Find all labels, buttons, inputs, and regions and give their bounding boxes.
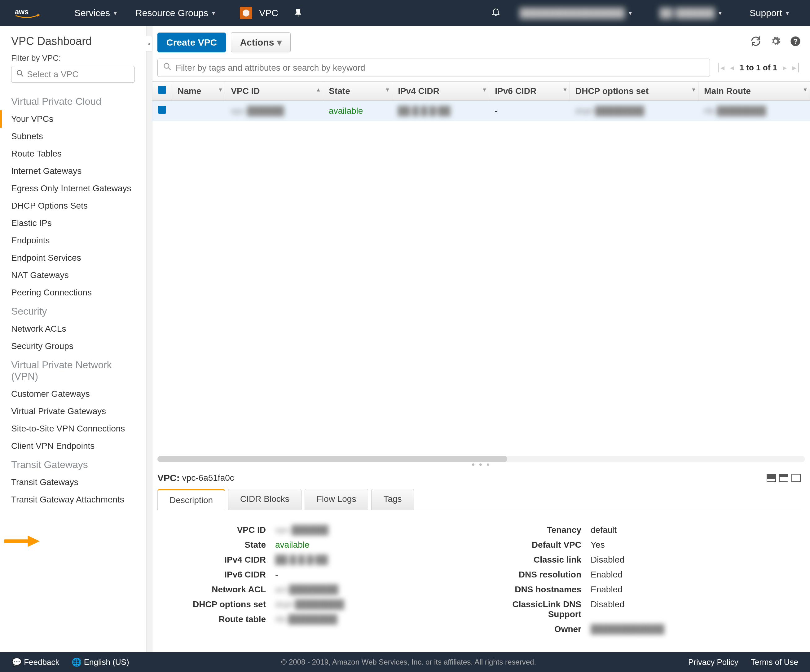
bell-icon[interactable] (491, 7, 501, 19)
resource-groups-menu[interactable]: Resource Groups▾ (126, 8, 224, 18)
resource-groups-label: Resource Groups (135, 8, 208, 18)
tab[interactable]: CIDR Blocks (228, 489, 302, 510)
kv-row: Route tablertb-████████ (164, 612, 479, 627)
details-value: vpc-6a51fa0c (182, 473, 234, 483)
sidebar-item[interactable]: Elastic IPs (0, 214, 146, 232)
kv-key: VPC ID (164, 525, 275, 535)
checkbox[interactable] (158, 106, 166, 114)
chevron-down-icon: ▾ (212, 9, 215, 17)
support-menu[interactable]: Support▾ (740, 8, 798, 18)
sidebar-collapse[interactable]: ◂ (146, 36, 152, 51)
kv-key: DNS hostnames (479, 584, 591, 594)
col-header[interactable]: IPv6 CIDR▾ (489, 81, 570, 101)
search-input[interactable] (176, 63, 704, 73)
col-header[interactable]: DHCP options set▾ (570, 81, 699, 101)
splitter[interactable]: ● ● ● (152, 462, 810, 466)
account-menu[interactable]: ████████████████▾ (510, 8, 641, 18)
sidebar-item[interactable]: Customer Gateways (0, 385, 146, 403)
vpc-service-link[interactable]: VPC (231, 7, 288, 19)
create-vpc-button[interactable]: Create VPC (157, 32, 226, 52)
sidebar-item[interactable]: Network ACLs (0, 320, 146, 338)
col-header[interactable]: IPv4 CIDR▾ (392, 81, 489, 101)
page-last-icon[interactable]: ▸⎮ (792, 63, 801, 73)
kv-right: TenancydefaultDefault VPCYesClassic link… (479, 523, 795, 637)
sidebar-item[interactable]: Site-to-Site VPN Connections (0, 420, 146, 437)
vpc-filter-select[interactable]: Select a VPC (11, 66, 135, 83)
sidebar-item[interactable]: Subnets (0, 128, 146, 145)
sort-icon: ▾ (804, 86, 807, 93)
feedback-link[interactable]: 💬 Feedback (12, 657, 59, 667)
chevron-down-icon: ▾ (114, 9, 117, 17)
kv-key: ClassicLink DNS Support (479, 599, 591, 619)
view-full-icon[interactable] (791, 474, 801, 482)
body: VPC Dashboard Filter by VPC: Select a VP… (0, 26, 810, 652)
scroll-thumb[interactable] (157, 456, 507, 462)
kv-row: IPv4 CIDR██.█.█.█/██ (164, 552, 479, 567)
col-header[interactable]: VPC ID▴ (225, 81, 323, 101)
language-selector[interactable]: 🌐 English (US) (72, 657, 129, 667)
sidebar-item[interactable]: Endpoint Services (0, 249, 146, 267)
cell: available (323, 101, 392, 121)
nav-right: ████████████████▾ ██ ██████▾ Support▾ (491, 7, 798, 19)
privacy-link[interactable]: Privacy Policy (688, 657, 738, 667)
sidebar-item[interactable]: Client VPN Endpoints (0, 437, 146, 455)
help-icon[interactable]: ? (790, 36, 801, 49)
services-menu[interactable]: Services▾ (65, 8, 126, 18)
tab[interactable]: Flow Logs (305, 489, 368, 510)
filter-label: Filter by VPC: (0, 53, 146, 66)
pager: ⎮◂ ◂ 1 to 1 of 1 ▸ ▸⎮ (716, 63, 801, 73)
chevron-down-icon: ▾ (786, 9, 789, 17)
col-header[interactable]: State▾ (323, 81, 392, 101)
sidebar-item[interactable]: Your VPCs (0, 110, 146, 128)
sidebar-item[interactable]: NAT Gateways (0, 267, 146, 284)
tab[interactable]: Tags (371, 489, 413, 510)
sidebar-item[interactable]: Endpoints (0, 232, 146, 249)
pin-icon[interactable] (294, 8, 302, 17)
cell: ██.█.█.█/██ (392, 101, 489, 121)
sidebar-item[interactable]: Peering Connections (0, 284, 146, 301)
kv-value: Enabled (591, 584, 795, 594)
services-label: Services (74, 8, 110, 18)
table-row[interactable]: vpc-██████available██.█.█.█/██-dopt-████… (152, 101, 810, 121)
svg-text:?: ? (793, 37, 798, 45)
refresh-icon[interactable] (751, 36, 761, 49)
tab[interactable]: Description (157, 489, 225, 510)
actions-button[interactable]: Actions▾ (231, 32, 291, 52)
checkbox[interactable] (158, 86, 166, 94)
region-menu[interactable]: ██ ██████▾ (650, 8, 731, 18)
col-header[interactable]: Name▾ (172, 81, 225, 101)
nav-left: Services▾ Resource Groups▾ VPC (65, 7, 302, 19)
sidebar-item[interactable]: Virtual Private Gateways (0, 403, 146, 420)
cell: - (489, 101, 570, 121)
sidebar-item[interactable]: Security Groups (0, 338, 146, 355)
search-box[interactable] (157, 59, 710, 77)
view-split-icon[interactable] (779, 474, 788, 482)
main: Create VPC Actions▾ ? ⎮◂ ◂ 1 to 1 of 1 (152, 26, 810, 652)
kv-value: - (275, 570, 479, 580)
page-first-icon[interactable]: ⎮◂ (716, 63, 724, 73)
sidebar-item[interactable]: Egress Only Internet Gateways (0, 180, 146, 197)
h-scrollbar[interactable] (157, 456, 805, 462)
sidebar-item[interactable]: Route Tables (0, 145, 146, 162)
aws-logo[interactable]: aws (0, 0, 40, 26)
page-prev-icon[interactable]: ◂ (730, 63, 734, 73)
col-header[interactable] (152, 81, 172, 101)
sort-icon: ▾ (219, 86, 222, 93)
details-label: VPC: (157, 473, 180, 483)
support-label: Support (749, 8, 782, 18)
sidebar-item[interactable]: Transit Gateways (0, 474, 146, 491)
view-collapsed-icon[interactable] (767, 474, 776, 482)
sidebar-item[interactable]: DHCP Options Sets (0, 197, 146, 214)
terms-link[interactable]: Terms of Use (751, 657, 798, 667)
account-text: ████████████████ (519, 8, 625, 18)
sort-icon: ▾ (386, 86, 389, 93)
gear-icon[interactable] (770, 36, 781, 49)
sidebar-section-header: Virtual Private Cloud (0, 91, 146, 110)
tabs: DescriptionCIDR BlocksFlow LogsTags (157, 489, 801, 510)
page-next-icon[interactable]: ▸ (783, 63, 787, 73)
sidebar-item[interactable]: Internet Gateways (0, 162, 146, 180)
cell (152, 101, 172, 121)
col-header[interactable]: Main Route▾ (699, 81, 810, 101)
footer: 💬 Feedback 🌐 English (US) © 2008 - 2019,… (0, 652, 810, 672)
sidebar-item[interactable]: Transit Gateway Attachments (0, 491, 146, 508)
